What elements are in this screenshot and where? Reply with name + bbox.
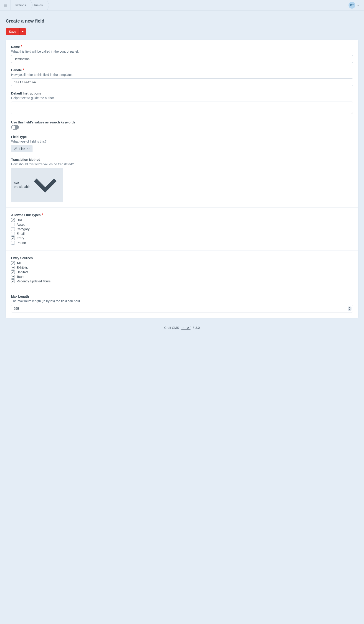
check-icon bbox=[12, 275, 14, 278]
caret-down-icon bbox=[349, 309, 351, 310]
field-name: Name* What this field will be called in … bbox=[11, 45, 353, 63]
allowed-item: Asset bbox=[11, 222, 353, 227]
handle-help: How you'll refer to this field in the te… bbox=[11, 73, 353, 77]
menu-button[interactable] bbox=[0, 0, 10, 10]
allowed-checkbox[interactable] bbox=[11, 236, 15, 240]
breadcrumb-fields[interactable]: Fields bbox=[30, 0, 47, 10]
instructions-input[interactable] bbox=[11, 102, 353, 114]
handle-input[interactable] bbox=[11, 78, 353, 86]
sources-label: Tours bbox=[17, 275, 24, 279]
allowed-label: Email bbox=[17, 232, 24, 235]
form-panel: Name* What this field will be called in … bbox=[6, 40, 358, 318]
search-toggle[interactable] bbox=[11, 125, 19, 130]
sources-label: All bbox=[17, 261, 21, 265]
search-label: Use this field's values as search keywor… bbox=[11, 121, 75, 124]
maxlen-help: The maximum length (in bytes) the field … bbox=[11, 299, 353, 303]
allowed-checkbox[interactable] bbox=[11, 227, 15, 231]
translation-select[interactable]: Not translatable bbox=[11, 168, 63, 202]
section-sources: Entry Sources AllExhibitsHabitatsToursRe… bbox=[6, 251, 358, 289]
sources-item: Tours bbox=[11, 274, 353, 279]
sources-item: Habitats bbox=[11, 270, 353, 274]
required-icon: * bbox=[21, 45, 22, 49]
instructions-help: Helper text to guide the author. bbox=[11, 96, 353, 100]
name-label: Name bbox=[11, 45, 20, 49]
allowed-label: Asset bbox=[17, 223, 24, 226]
allowed-label: Allowed Link Types bbox=[11, 213, 41, 217]
type-label: Field Type bbox=[11, 135, 27, 139]
sources-checkbox[interactable] bbox=[11, 266, 15, 269]
allowed-label: Phone bbox=[17, 241, 26, 245]
type-value: Link bbox=[19, 147, 25, 151]
sources-label: Recently Updated Tours bbox=[17, 279, 50, 283]
field-instructions: Default Instructions Helper text to guid… bbox=[11, 92, 353, 115]
required-icon: * bbox=[42, 213, 43, 217]
field-type: Field Type What type of field is this? L… bbox=[11, 135, 353, 152]
hamburger-icon bbox=[3, 3, 7, 7]
topbar: Settings Fields PT bbox=[0, 0, 364, 10]
allowed-label: Entry bbox=[17, 236, 24, 240]
sources-checkbox[interactable] bbox=[11, 261, 15, 265]
chevron-down-icon bbox=[27, 147, 30, 150]
maxlen-label: Max Length bbox=[11, 295, 29, 298]
breadcrumbs: Settings Fields bbox=[10, 0, 47, 10]
allowed-label: URL bbox=[17, 218, 23, 222]
handle-label: Handle bbox=[11, 68, 22, 72]
type-select[interactable]: Link bbox=[11, 145, 33, 152]
topbar-left: Settings Fields bbox=[0, 0, 47, 10]
breadcrumb-settings[interactable]: Settings bbox=[10, 0, 30, 10]
stepper-down[interactable] bbox=[348, 309, 351, 311]
sources-item: Recently Updated Tours bbox=[11, 279, 353, 284]
caret-up-icon bbox=[349, 307, 351, 308]
allowed-item: Phone bbox=[11, 240, 353, 245]
footer-edition-badge: PRO bbox=[181, 326, 191, 330]
save-dropdown-button[interactable] bbox=[19, 28, 26, 35]
field-sources: Entry Sources AllExhibitsHabitatsToursRe… bbox=[11, 256, 353, 284]
maxlen-input[interactable] bbox=[11, 305, 353, 312]
footer-version: 5.3.0 bbox=[193, 326, 200, 330]
field-search-keywords: Use this field's values as search keywor… bbox=[11, 121, 353, 130]
avatar: PT bbox=[348, 2, 355, 9]
section-general: Name* What this field will be called in … bbox=[6, 40, 358, 208]
allowed-checkbox[interactable] bbox=[11, 223, 15, 226]
check-icon bbox=[12, 266, 14, 269]
allowed-item: Entry bbox=[11, 236, 353, 240]
sources-label: Exhibits bbox=[17, 266, 28, 269]
allowed-checkbox[interactable] bbox=[11, 241, 15, 245]
allowed-item: URL bbox=[11, 218, 353, 222]
save-button[interactable]: Save bbox=[6, 28, 19, 35]
check-icon bbox=[12, 271, 14, 273]
translation-help: How should this field's values be transl… bbox=[11, 162, 353, 166]
allowed-label: Category bbox=[17, 227, 30, 231]
chevron-down-icon bbox=[357, 4, 360, 7]
user-menu[interactable]: PT bbox=[348, 2, 360, 9]
translation-value: Not translatable bbox=[14, 181, 30, 189]
type-help: What type of field is this? bbox=[11, 140, 353, 143]
allowed-checkbox[interactable] bbox=[11, 218, 15, 222]
chevron-down-icon bbox=[30, 170, 60, 200]
instructions-label: Default Instructions bbox=[11, 92, 41, 95]
stepper-up[interactable] bbox=[348, 307, 351, 309]
sources-item: Exhibits bbox=[11, 265, 353, 270]
field-maxlength: Max Length The maximum length (in bytes)… bbox=[11, 295, 353, 312]
sources-label: Entry Sources bbox=[11, 256, 33, 260]
allowed-checkbox[interactable] bbox=[11, 232, 15, 235]
section-allowed-types: Allowed Link Types* URLAssetCategoryEmai… bbox=[6, 208, 358, 251]
field-translation: Translation Method How should this field… bbox=[11, 158, 353, 202]
name-input[interactable] bbox=[11, 55, 353, 63]
maxlen-stepper[interactable] bbox=[348, 307, 351, 311]
translation-label: Translation Method bbox=[11, 158, 40, 161]
sources-checkbox[interactable] bbox=[11, 270, 15, 274]
check-icon bbox=[12, 219, 14, 221]
save-group: Save bbox=[6, 28, 26, 35]
field-handle: Handle* How you'll refer to this field i… bbox=[11, 68, 353, 86]
chevron-down-icon bbox=[21, 30, 24, 33]
footer: Craft CMS PRO 5.3.0 bbox=[6, 318, 358, 335]
sources-checkbox[interactable] bbox=[11, 279, 15, 283]
check-icon bbox=[12, 280, 14, 282]
allowed-item: Category bbox=[11, 227, 353, 231]
footer-product: Craft CMS bbox=[164, 326, 179, 330]
allowed-item: Email bbox=[11, 231, 353, 236]
sources-checkbox[interactable] bbox=[11, 275, 15, 279]
sources-label: Habitats bbox=[17, 270, 28, 274]
page-title: Create a new field bbox=[6, 18, 358, 24]
